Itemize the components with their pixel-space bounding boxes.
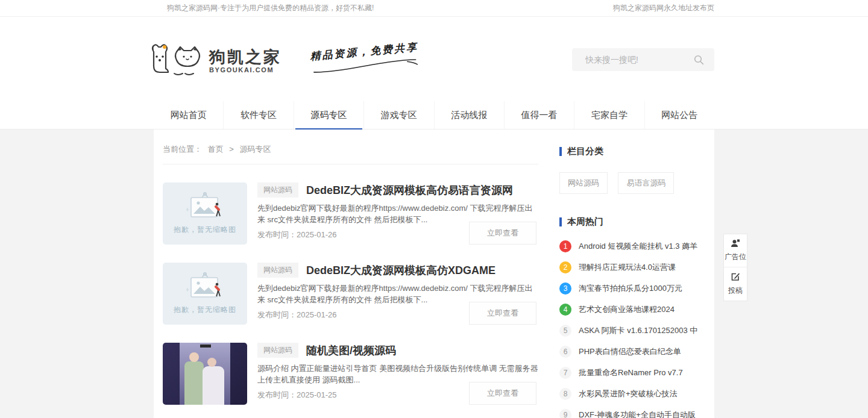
person-badge-icon [731,239,740,250]
article-publish-date: 发布时间：2025-01-26 [257,229,337,245]
nav-item-activities[interactable]: 活动线报 [434,101,504,129]
main-nav: 网站首页 软件专区 源码专区 游戏专区 活动线报 值得一看 宅家自学 网站公告 [0,101,868,129]
nav-item-home[interactable]: 网站首页 [154,101,223,129]
nav-item-games[interactable]: 游戏专区 [363,101,433,129]
rank-badge: 1 [559,240,571,252]
hot-list-item[interactable]: 9 DXF-神魂多功能+全自动手自动版 [559,409,714,418]
floating-side-widget: 广告位 投稿 [723,234,747,301]
permanent-address-link[interactable]: 狗凯之家源码网永久地址发布页 [613,3,714,13]
hot-list-item[interactable]: 6 PHP表白情侣恋爱表白纪念单 [559,346,714,358]
rank-badge: 5 [559,325,571,337]
topbar-slogan: 狗凯之家源码网·专注于为用户提供免费的精品资源，好货不私藏! [167,3,374,13]
article-thumbnail-photo[interactable] [163,343,247,405]
article-card: 抱歉，暂无缩略图 网站源码 DedeBIZ大成资源网模板高仿易语言资源网 先到d… [163,182,538,245]
article-title[interactable]: DedeBIZ大成资源网模板高仿XDGAME [306,263,495,278]
nav-item-worth-seeing[interactable]: 值得一看 [504,101,574,129]
header: 狗凯之家 BYGOUKAI.COM 精品资源，免费共享 [0,17,868,101]
ad-slot-button[interactable]: 广告位 [724,234,747,267]
nav-item-self-study[interactable]: 宅家自学 [574,101,644,129]
hot-list-item[interactable]: 5 ASKA 阿斯卡 v1.6.1701252003 中 [559,325,714,337]
article-publish-date: 发布时间：2025-01-25 [257,390,337,405]
hot-list-item[interactable]: 3 淘宝春节拍拍乐瓜分1000万元 [559,282,714,295]
blue-bar-icon [559,217,562,226]
rank-badge: 4 [559,304,571,316]
rank-badge: 9 [559,409,571,418]
article-thumbnail-placeholder[interactable]: 抱歉，暂无缩略图 [163,182,247,245]
hot-list-item[interactable]: 1 Android 短视频全能挂机 v1.3 薅羊 [559,240,714,252]
search-input[interactable] [572,55,694,64]
breadcrumb-home-link[interactable]: 首页 [208,145,224,154]
search-icon[interactable] [694,55,704,65]
slogan-calligraphy: 精品资源，免费共享 [310,40,426,75]
rank-badge: 7 [559,367,571,379]
hot-list-item[interactable]: 8 水彩风景进阶+突破核心技法 [559,388,714,400]
breadcrumb: 当前位置： 首页 > 源码专区 [163,144,538,164]
view-now-button[interactable]: 立即查看 [469,302,536,325]
dog-cat-mascots-icon [150,42,206,80]
article-category-tag[interactable]: 网站源码 [257,343,298,358]
article-list-column: 当前位置： 首页 > 源码专区 [163,144,538,418]
nav-item-source-code[interactable]: 源码专区 [294,101,363,129]
no-image-icon [185,272,225,302]
weekly-hot-list: 1 Android 短视频全能挂机 v1.3 薅羊 2 理解抖店正规玩法4.0运… [559,240,714,418]
sidebar: 栏目分类 网站源码 易语言源码 本周热门 1 Android 短视频全能挂机 v… [559,144,714,418]
article-card: 抱歉，暂无缩略图 网站源码 DedeBIZ大成资源网模板高仿XDGAME 先到d… [163,263,538,325]
article-thumbnail-placeholder[interactable]: 抱歉，暂无缩略图 [163,263,247,325]
hot-list-item[interactable]: 4 艺术文创商业落地课程2024 [559,304,714,316]
article-card: 网站源码 随机美图/视频源码 源码介绍 内置正能量进站引导首页 美图视频结合升级… [163,343,538,405]
view-now-button[interactable]: 立即查看 [469,382,536,405]
submit-post-button[interactable]: 投稿 [724,267,747,301]
category-tag-easy-language[interactable]: 易语言源码 [618,172,674,194]
hot-list-item[interactable]: 7 批量重命名ReNamer Pro v7.7 [559,367,714,379]
breadcrumb-prefix: 当前位置： [163,145,202,154]
site-domain: BYGOUKAI.COM [209,66,281,73]
rank-badge: 8 [559,388,571,400]
site-logo[interactable]: 狗凯之家 BYGOUKAI.COM [150,42,281,80]
rank-badge: 6 [559,346,571,358]
compose-icon [731,272,740,284]
hot-section-title: 本周热门 [559,216,714,228]
category-tag-website-source[interactable]: 网站源码 [559,172,608,194]
article-category-tag[interactable]: 网站源码 [257,263,298,278]
breadcrumb-current: 源码专区 [239,145,271,154]
no-thumbnail-text: 抱歉，暂无缩略图 [174,305,236,315]
no-image-icon [185,192,225,222]
rank-badge: 2 [559,261,571,273]
nav-item-software[interactable]: 软件专区 [223,101,293,129]
view-now-button[interactable]: 立即查看 [469,222,536,245]
nav-item-announcements[interactable]: 网站公告 [644,101,714,129]
site-name: 狗凯之家 [209,48,281,66]
topbar: 狗凯之家源码网·专注于为用户提供免费的精品资源，好货不私藏! 狗凯之家源码网永久… [0,0,868,17]
ad-slot-label: 广告位 [725,252,746,262]
hot-list-item[interactable]: 2 理解抖店正规玩法4.0运营课 [559,261,714,273]
submit-post-label: 投稿 [728,285,743,296]
rank-badge: 3 [559,282,571,295]
article-title[interactable]: DedeBIZ大成资源网模板高仿易语言资源网 [306,183,513,198]
article-publish-date: 发布时间：2025-01-26 [257,310,337,325]
category-section-title: 栏目分类 [559,146,714,157]
blue-bar-icon [559,147,562,156]
article-title[interactable]: 随机美图/视频源码 [306,343,396,358]
no-thumbnail-text: 抱歉，暂无缩略图 [174,225,236,235]
search-box [572,48,714,71]
breadcrumb-separator: > [229,145,234,154]
article-category-tag[interactable]: 网站源码 [257,182,298,198]
